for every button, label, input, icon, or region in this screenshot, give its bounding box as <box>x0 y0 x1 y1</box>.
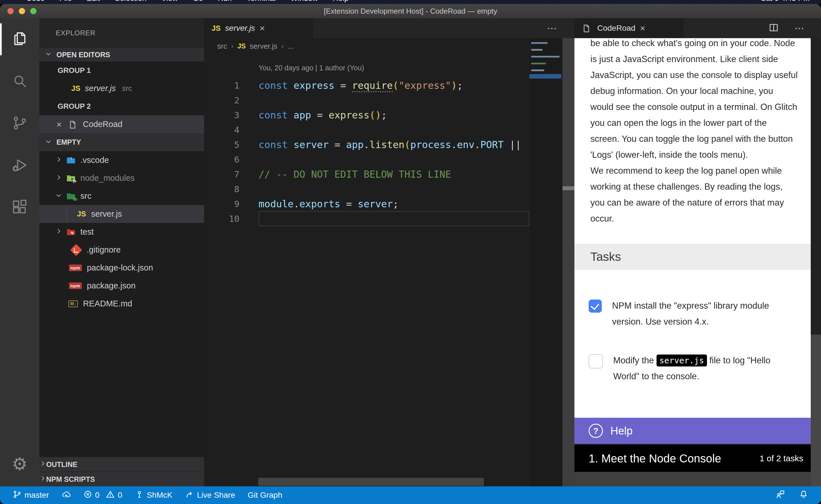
feedback-icon[interactable] <box>775 489 785 501</box>
open-editor-item-serverjs[interactable]: JS server.js src <box>39 79 204 97</box>
more-actions-icon[interactable]: ⋯ <box>795 22 805 34</box>
menu-item[interactable]: Code <box>26 0 45 3</box>
tree-item-node-modules[interactable]: js node_modules <box>39 169 204 187</box>
open-editors-header[interactable]: OPEN EDITORS <box>39 48 204 62</box>
activity-source-control-button[interactable] <box>0 103 39 145</box>
error-icon <box>83 490 92 501</box>
close-icon[interactable]: × <box>260 24 265 33</box>
tab-bar: JS server.js × ⋯ <box>204 18 574 38</box>
chevron-right-icon <box>55 227 62 237</box>
live-share-button[interactable]: Live Share <box>185 490 235 501</box>
webview-scrollbar[interactable] <box>811 38 821 486</box>
scrollbar-thumb[interactable] <box>562 186 574 190</box>
menu-item[interactable]: Help <box>333 0 349 3</box>
search-icon <box>11 73 28 90</box>
cloud-upload-icon <box>62 490 71 501</box>
tab-coderoad[interactable]: CodeRoad × <box>574 18 684 38</box>
tree-item-package-lock[interactable]: npm package-lock.json <box>39 259 204 277</box>
menu-item[interactable]: View <box>161 0 178 3</box>
more-actions-icon[interactable]: ⋯ <box>547 22 557 34</box>
extensions-icon <box>11 199 28 217</box>
activity-run-debug-button[interactable] <box>0 145 39 187</box>
user-account-item[interactable]: ShMcK <box>135 490 172 501</box>
lesson-title: 1. Meet the Node Console <box>589 452 721 465</box>
code-line[interactable]: 1const express = require("express"); <box>204 78 529 93</box>
tree-item-label: server.js <box>91 209 122 219</box>
js-file-icon: JS <box>77 210 86 218</box>
line-number: 4 <box>204 122 240 137</box>
menu-item[interactable]: Window <box>291 0 318 3</box>
project-section-label: EMPTY <box>56 138 81 146</box>
sync-changes-button[interactable] <box>62 490 71 501</box>
tree-item-package-json[interactable]: npm package.json <box>39 277 204 295</box>
tree-item-src[interactable]: ‹/› src <box>39 187 204 205</box>
close-icon[interactable]: × <box>640 24 646 33</box>
macos-menu-bar: Code File Edit Selection View Go Run Ter… <box>0 0 821 4</box>
code-line[interactable]: 7// -- DO NOT EDIT BELOW THIS LINE <box>204 167 529 182</box>
tree-item-gitignore[interactable]: .gitignore <box>39 241 204 259</box>
horizontal-scrollbar-thumb[interactable] <box>258 478 484 486</box>
tab-label: CodeRoad <box>597 24 636 33</box>
tree-item-readme[interactable]: M↓ README.md <box>39 295 204 313</box>
scrollbar-thumb[interactable] <box>811 38 821 335</box>
outline-label: OUTLINE <box>46 460 77 469</box>
close-icon[interactable]: × <box>56 120 62 129</box>
tree-item-test[interactable]: test <box>39 223 204 241</box>
line-number: 9 <box>204 196 240 211</box>
split-editor-icon[interactable] <box>769 23 779 34</box>
git-graph-button[interactable]: Git Graph <box>248 491 282 500</box>
settings-gear-button[interactable]: ⚙ <box>0 448 39 480</box>
git-branch-indicator[interactable]: master <box>13 490 49 501</box>
activity-explorer-button[interactable] <box>0 18 39 60</box>
project-section-header[interactable]: EMPTY <box>39 133 204 151</box>
code-editor[interactable]: 1const express = require("express");23co… <box>204 78 529 226</box>
document-icon <box>68 120 79 129</box>
task-checkbox-checked[interactable] <box>589 300 602 313</box>
window-title: [Extension Development Host] - CodeRoad … <box>0 4 821 18</box>
menu-item[interactable]: Go <box>193 0 203 3</box>
code-line[interactable]: 9module.exports = server; <box>204 196 529 211</box>
code-line[interactable]: 8 <box>204 182 529 196</box>
codelens-annotation[interactable]: You, 20 days ago | 1 author (You) <box>259 64 364 72</box>
lesson-progress-bar[interactable]: 1. Meet the Node Console 1 of 2 tasks <box>574 445 811 472</box>
tree-item-serverjs[interactable]: JS server.js <box>39 205 204 223</box>
git-graph-label: Git Graph <box>248 491 282 500</box>
minimap[interactable] <box>529 38 562 486</box>
menu-item[interactable]: Run <box>218 0 232 3</box>
editor-scrollbar[interactable] <box>562 38 574 486</box>
activity-extensions-button[interactable] <box>0 187 39 229</box>
breadcrumb-file[interactable]: server.js <box>250 42 277 51</box>
outline-section-header[interactable]: OUTLINE <box>39 457 204 472</box>
npm-scripts-section-header[interactable]: NPM SCRIPTS <box>39 472 204 486</box>
menu-item[interactable]: Edit <box>87 0 100 3</box>
open-editor-item-coderoad[interactable]: × CodeRoad <box>39 115 204 133</box>
tree-item-vscode[interactable]: .vscode <box>39 151 204 169</box>
warning-count: 0 <box>118 491 122 500</box>
line-number: 5 <box>204 137 240 152</box>
tree-item-label: package-lock.json <box>87 263 153 273</box>
tab-serverjs[interactable]: JS server.js × <box>204 18 313 38</box>
help-bar[interactable]: ? Help <box>574 418 811 444</box>
code-line[interactable]: 5const server = app.listen(process.env.P… <box>204 137 529 152</box>
task-checkbox-unchecked[interactable] <box>589 354 603 368</box>
code-line[interactable]: 6 <box>204 152 529 167</box>
code-line[interactable]: 10 <box>204 211 529 226</box>
breadcrumb[interactable]: src › JS server.js › ... <box>217 38 294 54</box>
problems-indicator[interactable]: 0 0 <box>83 490 122 501</box>
js-file-icon: JS <box>71 84 80 93</box>
notifications-bell-icon[interactable] <box>799 489 808 501</box>
activity-search-button[interactable] <box>0 60 39 103</box>
code-line[interactable]: 3const app = express(); <box>204 108 529 122</box>
code-line[interactable]: 4 <box>204 122 529 137</box>
tasks-header: Tasks <box>574 244 811 270</box>
help-label: Help <box>610 425 633 437</box>
code-line[interactable]: 2 <box>204 93 529 108</box>
menu-item[interactable]: Terminal <box>247 0 276 3</box>
breadcrumb-src[interactable]: src <box>217 42 227 51</box>
tree-item-label: package.json <box>87 281 136 290</box>
menu-item[interactable]: File <box>60 0 72 3</box>
breadcrumb-symbol[interactable]: ... <box>288 42 294 51</box>
chevron-right-icon <box>39 475 46 483</box>
menu-item[interactable]: Selection <box>115 0 146 3</box>
markdown-icon: M↓ <box>68 300 78 307</box>
